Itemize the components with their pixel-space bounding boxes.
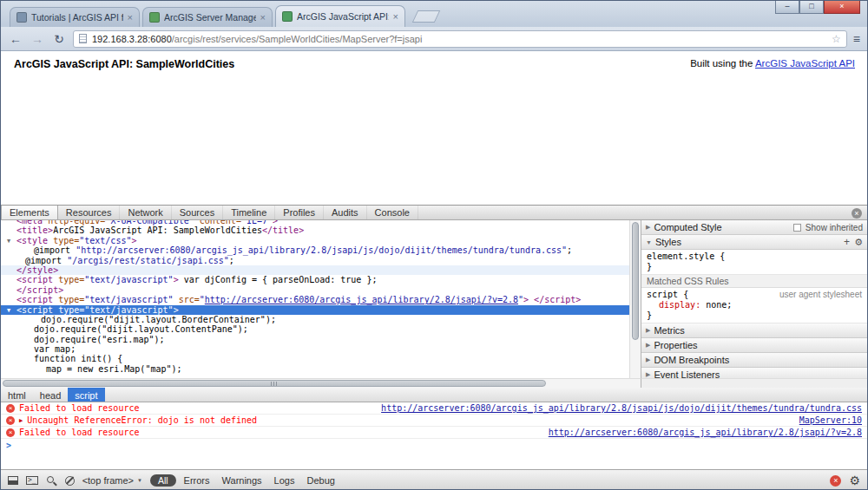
console-error-row[interactable]: ×Failed to load resourcehttp://arcserver… [1, 402, 867, 415]
sidebar-section-label: Styles [655, 237, 681, 247]
show-console-button[interactable]: >_ [26, 476, 38, 485]
sidebar-collapsed-sections: ▶Metrics▶Properties▶DOM Breakpoints▶Even… [641, 323, 867, 378]
dom-tree-row[interactable]: <script type="text/javascript"> var djCo… [1, 275, 641, 284]
scrollbar-row [1, 378, 867, 388]
devtools-tab-network[interactable]: Network [120, 206, 171, 219]
dom-tree-row[interactable]: </style> [1, 265, 641, 275]
new-style-rule-button[interactable]: + [844, 238, 850, 246]
css-property-value[interactable]: none; [700, 300, 732, 310]
css-rule-script[interactable]: script { user agent stylesheet display: … [641, 288, 867, 323]
dom-tree-row[interactable]: dojo.require("dijit.layout.BorderContain… [1, 315, 641, 324]
expander-arrow-icon[interactable]: ▼ [7, 237, 10, 245]
window-titlebar[interactable]: Tutorials | ArcGIS API for J×ArcGIS Serv… [1, 1, 867, 27]
devtools-tab-sources[interactable]: Sources [172, 206, 223, 219]
show-inherited-checkbox[interactable] [793, 224, 801, 232]
devtools-tab-timeline[interactable]: Timeline [223, 206, 275, 219]
console-source-link[interactable]: http://arcserver:6080/arcgis_js_api/libr… [549, 428, 862, 437]
frame-selector-label: <top frame> [82, 475, 134, 486]
arcgis-js-api-link[interactable]: ArcGIS JavaScript API [755, 58, 855, 69]
new-tab-button[interactable] [412, 10, 441, 23]
code-token: function init() { [34, 354, 122, 363]
search-icon[interactable] [46, 475, 57, 487]
minimize-button[interactable]: – [775, 1, 799, 14]
reload-button[interactable]: ↻ [51, 32, 67, 46]
dom-tree-row[interactable]: ▼<style type="text/css"> [1, 236, 641, 245]
chevron-down-icon: ▼ [137, 478, 142, 483]
dom-tree-row[interactable]: @import "http://arcserver:6080/arcgis_js… [1, 245, 641, 255]
url-text[interactable]: 192.168.3.28:6080/arcgis/rest/services/S… [92, 34, 826, 44]
filter-errors-button[interactable]: Errors [184, 475, 210, 486]
code-token: http-equiv= [43, 220, 105, 225]
browser-tab[interactable]: ArcGIS Server Manager× [142, 7, 273, 27]
sidebar-section-properties[interactable]: ▶Properties [641, 338, 867, 353]
devtools-tab-resources[interactable]: Resources [58, 206, 121, 219]
dom-tree-row[interactable]: <title>ArcGIS JavaScript API: SampleWorl… [1, 225, 641, 235]
devtools-close-button[interactable]: × [852, 208, 862, 219]
console-error-message: Failed to load resource [19, 403, 139, 413]
error-count-badge[interactable]: × [830, 475, 841, 487]
close-window-button[interactable]: × [824, 1, 860, 14]
console-error-row[interactable]: ×▶Uncaught ReferenceError: dojo is not d… [1, 415, 867, 427]
filter-warnings-button[interactable]: Warnings [222, 475, 262, 486]
bookmark-star-icon[interactable]: ☆ [832, 33, 841, 45]
console-prompt[interactable]: > [1, 439, 867, 451]
devtools-tab-profiles[interactable]: Profiles [275, 206, 324, 219]
element-style-block[interactable]: element.style { } [641, 250, 867, 275]
filter-all-button[interactable]: All [150, 474, 176, 487]
breadcrumb-item-script[interactable]: script [68, 388, 104, 402]
code-token: @import [25, 256, 67, 265]
console-source-link[interactable]: MapServer:10 [799, 415, 862, 425]
dom-tree-row[interactable]: map = new esri.Map("map"); [1, 364, 641, 374]
styles-gear-icon[interactable]: ⚙ [854, 237, 863, 248]
sidebar-section-styles[interactable]: ▼ Styles + ⚙ [641, 235, 867, 250]
filter-debug-button[interactable]: Debug [306, 475, 334, 486]
scrollbar-grip[interactable] [271, 382, 278, 386]
devtools-tab-console[interactable]: Console [367, 206, 418, 219]
code-token: @import [34, 245, 76, 255]
frame-selector[interactable]: <top frame> ▼ [82, 475, 142, 486]
console-source-link[interactable]: http://arcserver:6080/arcgis_js_api/libr… [381, 403, 862, 413]
menu-icon[interactable]: ≡ [853, 32, 860, 46]
scrollbar-thumb[interactable] [632, 222, 639, 340]
forward-button[interactable]: → [30, 32, 45, 46]
devtools-tab-audits[interactable]: Audits [324, 206, 367, 219]
devtools-tab-elements[interactable]: Elements [1, 206, 58, 219]
dom-tree-row[interactable]: var map; [1, 344, 641, 354]
code-token[interactable]: http://arcserver:6080/arcgis_js_api/libr… [205, 295, 518, 304]
clear-console-button[interactable] [65, 476, 75, 486]
browser-tab[interactable]: Tutorials | ArcGIS API for J× [10, 7, 140, 27]
dom-tree-row[interactable]: dojo.require("dijit.layout.ContentPane")… [1, 324, 641, 334]
breadcrumb-item-html[interactable]: html [1, 388, 33, 402]
sidebar-section-dom-breakpoints[interactable]: ▶DOM Breakpoints [641, 353, 867, 368]
maximize-button[interactable]: □ [799, 1, 824, 14]
dom-tree-row[interactable]: function init() { [1, 354, 641, 363]
sidebar-section-computed-style[interactable]: ▶ Computed Style Show inherited [641, 220, 867, 235]
sidebar-section-event-listeners[interactable]: ▶Event Listeners [641, 368, 867, 378]
horizontal-scrollbar[interactable] [1, 378, 641, 388]
tab-close-icon[interactable]: × [128, 12, 133, 23]
address-bar[interactable]: 192.168.3.28:6080/arcgis/rest/services/S… [73, 30, 847, 48]
filter-logs-button[interactable]: Logs [274, 475, 295, 486]
devtools-tabbar: ElementsResourcesNetworkSourcesTimelineP… [1, 205, 867, 220]
expander-arrow-icon[interactable]: ▼ [7, 306, 10, 315]
expand-triangle-icon[interactable]: ▶ [19, 417, 23, 424]
browser-tab[interactable]: ArcGIS JavaScript API: Sam× [275, 5, 405, 27]
tab-close-icon[interactable]: × [260, 12, 266, 23]
dom-tree-row[interactable]: @import "/arcgis/rest/static/jsapi.css"; [1, 256, 641, 265]
dom-tree-row[interactable]: dojo.require("esri.map"); [1, 335, 641, 344]
settings-gear-icon[interactable]: ⚙ [849, 474, 860, 487]
sidebar-section-metrics[interactable]: ▶Metrics [641, 323, 867, 338]
breadcrumb-item-head[interactable]: head [33, 388, 68, 402]
code-token: type= [53, 295, 84, 304]
browser-window: Tutorials | ArcGIS API for J×ArcGIS Serv… [0, 0, 868, 490]
dom-tree-row[interactable]: <script type="text/javascript" src="http… [1, 295, 641, 304]
dom-tree-row[interactable]: </script> [1, 285, 641, 295]
back-button[interactable]: ← [8, 32, 23, 46]
code-token: "text/javascript" [84, 275, 173, 284]
console-error-row[interactable]: ×Failed to load resourcehttp://arcserver… [1, 427, 867, 439]
dom-tree-row[interactable]: ▼<script type="text/javascript"> [1, 305, 641, 315]
dock-side-button[interactable] [8, 476, 18, 485]
vertical-scrollbar[interactable] [629, 220, 641, 378]
tab-close-icon[interactable]: × [393, 11, 398, 22]
css-property-name[interactable]: display: [659, 300, 700, 310]
